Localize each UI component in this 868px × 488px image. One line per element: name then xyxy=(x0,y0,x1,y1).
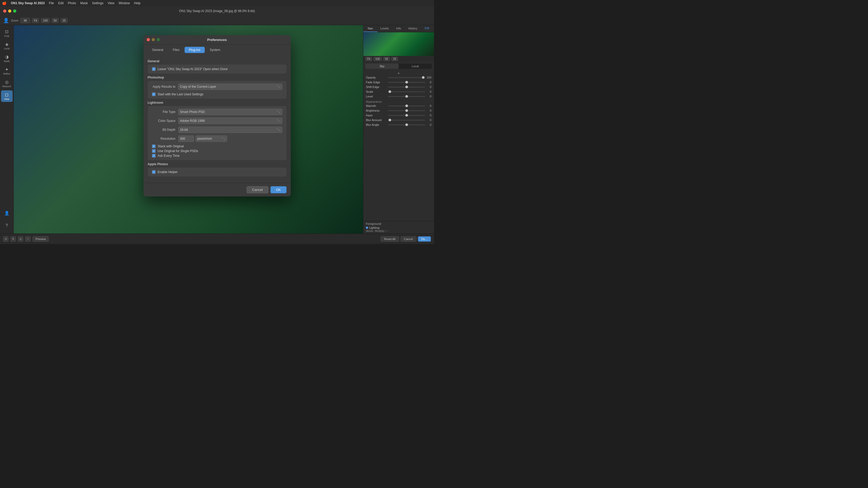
enable-helper-checkbox[interactable]: ✓ xyxy=(152,170,156,174)
dialog-maximize-button[interactable] xyxy=(157,38,160,41)
color-space-select[interactable]: Adobe RGB 1998 ⌃⌄ xyxy=(178,118,282,124)
file-type-label: File Type xyxy=(152,110,176,114)
menu-view[interactable]: View xyxy=(107,1,114,5)
mode-label: Mode: Multiply ↑↑ xyxy=(366,229,431,232)
resolution-unit-select[interactable]: pixels/inch ⌃⌄ xyxy=(195,135,227,142)
lightroom-section-box: File Type Smart Photo PSD ⌃⌄ Color Space… xyxy=(148,106,286,160)
bit-depth-arrow: ⌃⌄ xyxy=(276,128,280,131)
resolution-input[interactable] xyxy=(178,135,194,142)
dialog-tab-general[interactable]: General xyxy=(148,47,168,53)
reset-all-button[interactable]: Reset All xyxy=(381,236,399,241)
cancel-button[interactable]: Cancel xyxy=(401,236,416,241)
dialog-close-button[interactable] xyxy=(147,38,150,41)
dialog-tab-plugins[interactable]: Plug-ins xyxy=(185,47,205,53)
resolution-unit-value: pixels/inch xyxy=(197,137,212,140)
bit-depth-label: Bit Depth xyxy=(152,128,176,132)
bit-depth-select[interactable]: 16-bit ⌃⌄ xyxy=(178,127,282,133)
ask-every-label: Ask Every Time xyxy=(158,154,180,158)
enable-helper-label: Enable Helper xyxy=(158,170,178,174)
stack-original-row: ✓ Stack with Original xyxy=(152,144,282,148)
dialog-minimize-button[interactable] xyxy=(152,38,155,41)
dialog-overlay: Preferences General Files Plug-ins Syste… xyxy=(0,6,434,225)
resolution-row: Resolution pixels/inch ⌃⌄ xyxy=(152,135,282,142)
dialog-tabs: General Files Plug-ins System xyxy=(144,45,291,55)
check-icon[interactable]: ✓ xyxy=(25,236,30,241)
dialog-titlebar: Preferences xyxy=(144,35,291,45)
bit-depth-row: Bit Depth 16-bit ⌃⌄ xyxy=(152,127,282,133)
resolution-unit-arrow: ⌃⌄ xyxy=(221,137,225,140)
menu-window[interactable]: Window xyxy=(119,1,130,5)
ask-every-row: ✓ Ask Every Time xyxy=(152,154,282,158)
apple-photos-section-box: ✓ Enable Helper xyxy=(148,168,286,176)
lighting-label: Lighting: xyxy=(369,226,380,229)
color-space-value: Adobe RGB 1998 xyxy=(180,119,205,123)
dialog-body: General ✓ Leave "ON1 Sky Swap AI 2023" O… xyxy=(144,55,291,183)
dialog-tab-files[interactable]: Files xyxy=(168,47,184,53)
file-type-arrow: ⌃⌄ xyxy=(276,110,280,113)
app-name: ON1 Sky Swap AI 2023 xyxy=(11,1,45,5)
preview-button[interactable]: Preview xyxy=(33,236,49,241)
stack-original-check: ✓ xyxy=(153,145,155,148)
circle-icon[interactable]: ◎ xyxy=(18,236,23,241)
general-section-header: General xyxy=(148,59,286,63)
bottom-bar: ⊡ A ◎ ✓ Preview Reset All Cancel Do... xyxy=(0,233,434,244)
enable-helper-check: ✓ xyxy=(153,170,155,173)
menu-photo[interactable]: Photo xyxy=(68,1,76,5)
dialog-cancel-button[interactable]: Cancel xyxy=(247,186,268,193)
square-icon[interactable]: ⊡ xyxy=(3,236,8,241)
file-type-row: File Type Smart Photo PSD ⌃⌄ xyxy=(152,109,282,115)
use-original-label: Use Original for Single PSDs xyxy=(158,149,198,153)
dialog-title: Preferences xyxy=(207,38,226,42)
menu-mask[interactable]: Mask xyxy=(80,1,88,5)
menubar: 🍎 ON1 Sky Swap AI 2023 File Edit Photo M… xyxy=(0,0,434,6)
apply-results-label: Apply Results to xyxy=(152,85,176,89)
ask-every-check: ✓ xyxy=(153,154,155,157)
resolution-controls: pixels/inch ⌃⌄ xyxy=(178,135,227,142)
general-section-box: ✓ Leave "ON1 Sky Swap AI 2023" Open when… xyxy=(148,65,286,73)
start-last-checkbox[interactable]: ✓ xyxy=(152,93,156,96)
file-type-value: Smart Photo PSD xyxy=(180,110,205,114)
start-last-row: ✓ Start with the Last Used Settings xyxy=(152,93,282,96)
leave-open-checkbox[interactable]: ✓ xyxy=(152,67,156,71)
apply-results-arrow: ⌃⌄ xyxy=(276,85,280,88)
use-original-row: ✓ Use Original for Single PSDs xyxy=(152,149,282,153)
menu-edit[interactable]: Edit xyxy=(58,1,64,5)
bit-depth-value: 16-bit xyxy=(180,128,188,132)
dialog-ok-button[interactable]: OK xyxy=(271,186,286,193)
stack-original-checkbox[interactable]: ✓ xyxy=(152,144,156,148)
stack-original-label: Stack with Original xyxy=(158,144,184,148)
apple-menu[interactable]: 🍎 xyxy=(2,1,7,5)
dialog-window-controls xyxy=(147,38,160,41)
check-mark: ✓ xyxy=(153,67,155,70)
use-original-check: ✓ xyxy=(153,150,155,152)
start-last-label: Start with the Last Used Settings xyxy=(158,93,204,96)
menu-help[interactable]: Help xyxy=(134,1,141,5)
photoshop-section-header: Photoshop xyxy=(148,76,286,79)
apply-results-value: Copy of the Current Layer xyxy=(180,85,216,89)
start-last-check: ✓ xyxy=(153,93,155,96)
bottom-right-actions: Reset All Cancel Do... xyxy=(381,236,431,241)
color-space-label: Color Space xyxy=(152,119,176,123)
lightroom-section-header: Lightroom xyxy=(148,101,286,104)
dialog-tab-system[interactable]: System xyxy=(205,47,225,53)
done-button[interactable]: Do... xyxy=(418,236,431,241)
resolution-label: Resolution xyxy=(152,137,176,140)
lighting-row: Lighting: xyxy=(366,226,431,229)
apply-results-row: Apply Results to Copy of the Current Lay… xyxy=(152,84,282,90)
dialog-footer: Cancel OK xyxy=(144,183,291,196)
text-icon[interactable]: A xyxy=(10,236,16,241)
enable-helper-row: ✓ Enable Helper xyxy=(152,170,282,174)
use-original-checkbox[interactable]: ✓ xyxy=(152,149,156,153)
color-space-row: Color Space Adobe RGB 1998 ⌃⌄ xyxy=(152,118,282,124)
leave-open-label: Leave "ON1 Sky Swap AI 2023" Open when D… xyxy=(158,67,228,71)
menu-file[interactable]: File xyxy=(49,1,54,5)
apple-photos-section-header: Apple Photos xyxy=(148,162,286,166)
photoshop-section-box: Apply Results to Copy of the Current Lay… xyxy=(148,81,286,99)
lighting-indicator xyxy=(366,227,368,229)
menu-settings[interactable]: Settings xyxy=(92,1,103,5)
ask-every-checkbox[interactable]: ✓ xyxy=(152,154,156,158)
file-type-select[interactable]: Smart Photo PSD ⌃⌄ xyxy=(178,109,282,115)
preferences-dialog: Preferences General Files Plug-ins Syste… xyxy=(144,35,291,196)
color-space-arrow: ⌃⌄ xyxy=(276,119,280,122)
apply-results-select[interactable]: Copy of the Current Layer ⌃⌄ xyxy=(178,84,282,90)
